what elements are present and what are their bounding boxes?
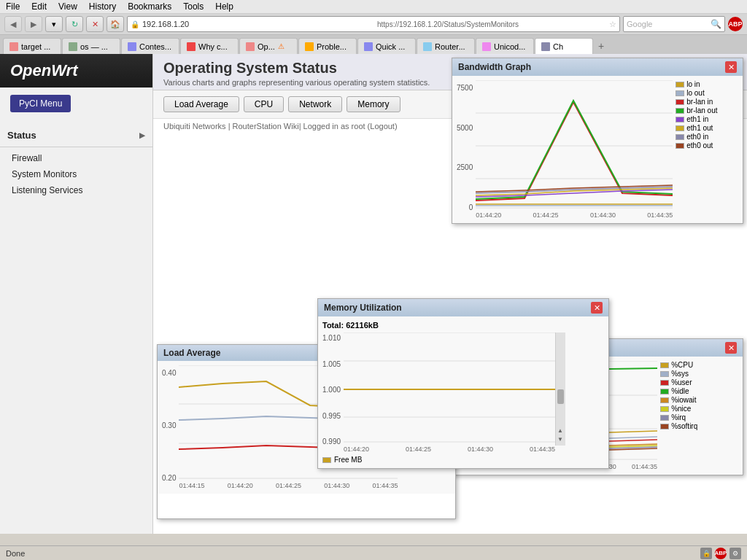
new-tab-button[interactable]: +	[594, 38, 608, 54]
url-star[interactable]: ☆	[609, 20, 616, 29]
url-lock-icon: 🔒	[131, 20, 139, 28]
menu-help[interactable]: Help	[215, 1, 233, 12]
cpu-button[interactable]: CPU	[244, 96, 284, 112]
bandwidth-panel-close[interactable]: ✕	[725, 61, 737, 73]
history-dropdown[interactable]: ▾	[45, 16, 63, 32]
home-button[interactable]: 🏠	[107, 16, 124, 32]
legend-sys-color	[660, 371, 669, 377]
menu-view[interactable]: View	[58, 1, 77, 12]
tab-6[interactable]: Quick ...	[357, 38, 416, 54]
menu-history[interactable]: History	[89, 1, 116, 12]
legend-cpu-color	[660, 362, 669, 368]
legend-eth1-out-color	[676, 125, 684, 131]
sidebar-arrow-icon: ▶	[139, 131, 145, 139]
memory-panel-title: Memory Utilization	[324, 303, 402, 313]
cpu-panel-close[interactable]: ✕	[725, 342, 737, 354]
loadavg-y-axis: 0.40 0.30 0.20	[162, 365, 179, 482]
memory-y-axis: 1.010 1.005 1.000 0.995 0.990	[322, 332, 344, 446]
menu-edit[interactable]: Edit	[31, 1, 47, 12]
browser-toolbar: ◀ ▶ ▾ ↻ ✕ 🏠 🔒 192.168.1.20 https://192.1…	[0, 14, 747, 35]
sidebar-item-system-monitors[interactable]: System Monitors	[0, 166, 152, 182]
browser-menubar: File Edit View History Bookmarks Tools H…	[0, 0, 747, 14]
bandwidth-panel-title: Bandwidth Graph	[458, 62, 531, 72]
loadavg-x-axis: 01:44:15 01:44:20 01:44:25 01:44:30 01:4…	[179, 482, 398, 489]
bandwidth-x-axis: 01:44:20 01:44:25 01:44:30 01:44:35	[476, 211, 673, 219]
brand-logo: OpenWrt	[0, 54, 152, 88]
scroll-down-icon[interactable]: ▼	[557, 436, 563, 443]
status-adblock-icon: ABP	[715, 548, 727, 559]
cpu-legend: %CPU %sys %user %idle %iowait %nice %irq…	[660, 361, 697, 470]
bandwidth-legend: lo in lo out br-lan in br-lan out eth1 i…	[676, 80, 717, 219]
stop-button[interactable]: ✕	[86, 16, 104, 32]
adblock-icon[interactable]: ABP	[728, 17, 743, 31]
memory-panel-close[interactable]: ✕	[591, 302, 603, 314]
status-lock-icon: 🔒	[700, 548, 712, 559]
legend-irq-color	[660, 415, 669, 421]
legend-nice-color	[660, 406, 669, 412]
sidebar-item-listening-services[interactable]: Listening Services	[0, 182, 152, 198]
menu-file[interactable]: File	[6, 1, 20, 12]
scroll-up-icon[interactable]: ▲	[557, 427, 563, 434]
legend-softirq-color	[660, 424, 669, 429]
memory-chart: 01:44:20 01:44:25 01:44:30 01:44:35	[344, 332, 555, 453]
legend-eth0-in-color	[676, 134, 684, 140]
memory-legend: Free MB	[322, 456, 604, 464]
memory-svg	[344, 332, 555, 446]
legend-eth1-in-color	[676, 117, 684, 122]
bandwidth-svg	[476, 80, 673, 211]
sidebar: OpenWrt PyCI Menu Status ▶ Firewall Syst…	[0, 54, 153, 534]
tab-3[interactable]: Why c...	[180, 38, 239, 54]
main-content: OpenWrt PyCI Menu Status ▶ Firewall Syst…	[0, 54, 747, 534]
tab-9[interactable]: Ch	[535, 38, 593, 54]
tab-5[interactable]: Proble...	[298, 38, 357, 54]
search-bar[interactable]: Google 🔍	[623, 16, 725, 32]
memory-button[interactable]: Memory	[347, 96, 400, 112]
legend-iowait-color	[660, 397, 669, 403]
tab-2[interactable]: Contes...	[121, 38, 179, 54]
legend-freemb-color	[322, 457, 331, 463]
bandwidth-chart: 01:44:20 01:44:25 01:44:30 01:44:35	[476, 80, 673, 219]
sidebar-nav: Status ▶ Firewall System Monitors Listen…	[0, 127, 152, 198]
tab-0[interactable]: target ...	[3, 38, 61, 54]
legend-idle-color	[660, 389, 669, 394]
network-button[interactable]: Network	[288, 96, 342, 112]
sidebar-status-label: Status	[7, 130, 36, 141]
legend-lo-out-color	[676, 90, 684, 96]
memory-total: Total: 62116kB	[322, 321, 604, 330]
bandwidth-panel-body: 7500 5000 2500 0	[452, 76, 743, 223]
legend-eth0-out-color	[676, 143, 684, 149]
memory-scrollbar[interactable]: ▲ ▼	[555, 332, 565, 446]
search-icon[interactable]: 🔍	[711, 19, 721, 29]
menu-bookmarks[interactable]: Bookmarks	[128, 1, 171, 12]
tab-4[interactable]: Op...⚠	[239, 38, 298, 54]
bandwidth-y-axis: 7500 5000 2500 0	[457, 80, 476, 211]
status-bar: Done 🔒 ABP ⚙	[0, 545, 747, 560]
legend-brlan-out-color	[676, 108, 684, 114]
bandwidth-panel: Bandwidth Graph ✕ 7500 5000 2500 0	[452, 58, 743, 224]
page-area: Operating System Status Various charts a…	[153, 54, 747, 534]
legend-brlan-in-color	[676, 99, 684, 105]
tab-7[interactable]: Router...	[417, 38, 475, 54]
url-full: https://192.168.1.20/Status/SystemMonito…	[374, 20, 609, 28]
bandwidth-chart-container: 7500 5000 2500 0	[457, 80, 738, 219]
browser-tabs: target ... os — ... Contes... Why c... O…	[0, 35, 747, 54]
url-display: 192.168.1.20	[142, 20, 374, 28]
sidebar-item-status[interactable]: Status ▶	[0, 127, 152, 144]
load-average-button[interactable]: Load Average	[163, 96, 239, 112]
memory-scrollbar-thumb[interactable]	[557, 389, 564, 404]
tab-8[interactable]: Unicod...	[476, 38, 534, 54]
refresh-button[interactable]: ↻	[66, 16, 83, 32]
tab-1[interactable]: os — ...	[62, 38, 120, 54]
forward-button[interactable]: ▶	[25, 16, 42, 32]
menu-tools[interactable]: Tools	[183, 1, 204, 12]
pyci-menu-button[interactable]: PyCI Menu	[10, 95, 71, 112]
memory-panel-body: Total: 62116kB 1.010 1.005 1.000 0.995 0…	[318, 316, 608, 468]
back-button[interactable]: ◀	[4, 16, 22, 32]
url-bar[interactable]: 🔒 192.168.1.20 https://192.168.1.20/Stat…	[127, 16, 620, 32]
sidebar-item-firewall[interactable]: Firewall	[0, 150, 152, 166]
status-text: Done	[6, 549, 25, 558]
sidebar-divider	[0, 147, 152, 147]
loadavg-panel-title: Load Average	[163, 348, 220, 358]
search-placeholder: Google	[627, 20, 711, 28]
memory-panel-header: Memory Utilization ✕	[318, 299, 608, 316]
